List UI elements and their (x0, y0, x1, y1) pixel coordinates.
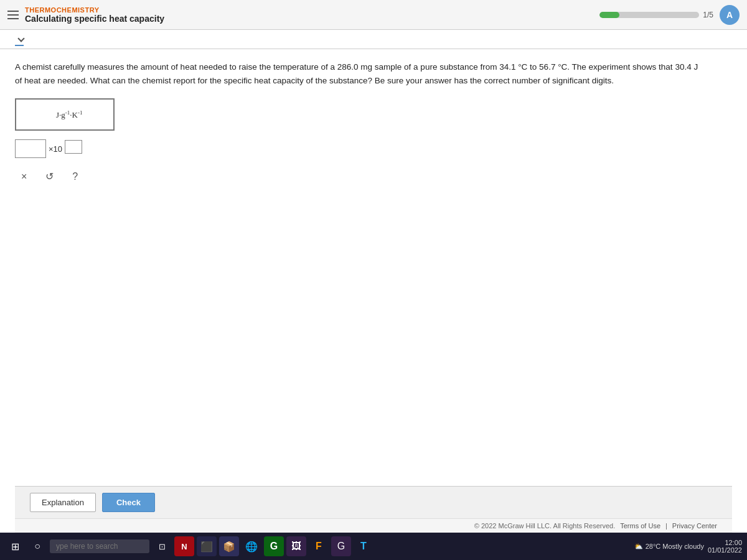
undo-button[interactable]: ↺ (42, 168, 57, 185)
taskbar: ⊞ ○ ⊡ N ⬛ 📦 🌐 G 🖼 F G T ⛅ 28°C Mostly cl… (0, 533, 747, 560)
action-buttons-row: × ↺ ? (17, 168, 732, 185)
taskbar-app-3[interactable]: 📦 (219, 536, 239, 556)
progress-fill (599, 12, 619, 18)
exponent-input[interactable] (65, 140, 82, 154)
weather-text: 28°C Mostly cloudy (646, 543, 704, 550)
top-bar-left: THERMOCHEMISTRY Calculating specific hea… (7, 6, 164, 24)
clear-button[interactable]: × (17, 169, 31, 185)
unit-box[interactable]: J·g-1·K-1 (15, 98, 115, 131)
explanation-button[interactable]: Explanation (30, 493, 96, 512)
progress-bar (599, 12, 699, 18)
avatar[interactable]: A (720, 5, 740, 25)
weather-info: ⛅ 28°C Mostly cloudy (634, 543, 704, 551)
taskbar-app-g2[interactable]: G (331, 536, 351, 556)
start-button[interactable]: ⊞ (5, 536, 25, 556)
search-button[interactable]: ○ (27, 536, 47, 556)
hamburger-menu[interactable] (7, 11, 19, 19)
taskbar-app-t[interactable]: T (354, 536, 374, 556)
copyright-text: © 2022 McGraw Hill LLC. All Rights Reser… (474, 522, 615, 530)
help-button[interactable]: ? (68, 169, 82, 185)
question-text: A chemist carefully measures the amount … (15, 60, 700, 87)
weather-icon: ⛅ (634, 543, 643, 551)
progress-bar-container: 1/5 (599, 11, 713, 19)
unit-label: J·g-1·K-1 (56, 110, 82, 120)
subject-label: THERMOCHEMISTRY (25, 6, 164, 14)
lesson-title: Calculating specific heat capacity (25, 14, 164, 24)
taskbar-right: ⛅ 28°C Mostly cloudy 12:00 01/01/2022 (634, 539, 742, 554)
x10-label: ×10 (49, 144, 62, 154)
privacy-center-link[interactable]: Privacy Center (672, 522, 717, 530)
progress-text: 1/5 (703, 11, 713, 19)
taskbar-search[interactable] (50, 539, 149, 553)
answer-area: J·g-1·K-1 ×10 (15, 98, 732, 158)
main-content: A chemist carefully measures the amount … (0, 49, 747, 533)
sci-mantissa-input[interactable] (15, 139, 46, 158)
taskbar-app-2[interactable]: ⬛ (197, 536, 217, 556)
dropdown-chevron[interactable] (15, 32, 24, 46)
top-bar-right: 1/5 A (599, 5, 740, 25)
answer-input[interactable] (24, 110, 55, 119)
taskbar-app-g1[interactable]: G (264, 536, 284, 556)
taskbar-app-f[interactable]: F (309, 536, 329, 556)
task-view-icon[interactable]: ⊡ (152, 536, 172, 556)
dropdown-row (0, 30, 747, 49)
unit-input-row: J·g-1·K-1 (15, 98, 732, 131)
top-bar: THERMOCHEMISTRY Calculating specific hea… (0, 0, 747, 30)
taskbar-app-4[interactable]: 🖼 (286, 536, 306, 556)
title-block: THERMOCHEMISTRY Calculating specific hea… (25, 6, 164, 24)
taskbar-app-edge[interactable]: 🌐 (242, 536, 261, 556)
taskbar-app-1[interactable]: N (174, 536, 194, 556)
bottom-bar: Explanation Check (15, 486, 732, 518)
scientific-notation-box: ×10 (15, 139, 732, 158)
copyright-bar: © 2022 McGraw Hill LLC. All Rights Reser… (15, 518, 732, 533)
terms-of-use-link[interactable]: Terms of Use (620, 522, 660, 530)
taskbar-clock: 12:00 01/01/2022 (708, 539, 742, 554)
check-button[interactable]: Check (102, 493, 155, 512)
